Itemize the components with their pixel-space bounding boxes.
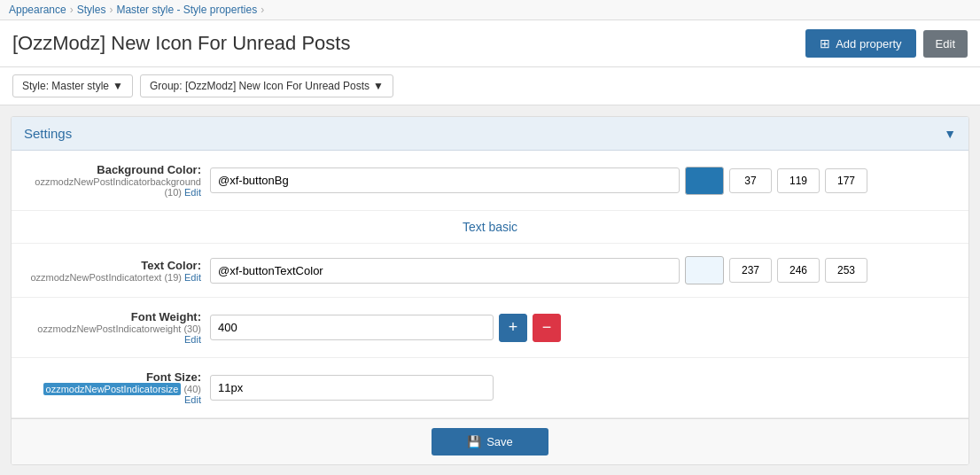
font-weight-sub-text: ozzmodzNewPostIndicatorweight (30) [37, 323, 201, 334]
breadcrumb: Appearance › Styles › Master style - Sty… [0, 0, 980, 20]
bg-color-sub-text: ozzmodzNewPostIndicatorbackground (10) [35, 176, 201, 198]
section-title: Settings [24, 126, 72, 141]
bg-color-g[interactable] [777, 168, 820, 193]
add-property-icon: ⊞ [820, 36, 830, 51]
bg-color-edit-link[interactable]: Edit [184, 187, 201, 198]
filter-bar: Style: Master style ▼ Group: [OzzModz] N… [0, 67, 980, 105]
page-header: [OzzModz] New Icon For Unread Posts ⊞ Ad… [0, 20, 980, 67]
font-size-row: Font Size: ozzmodzNewPostIndicatorsize (… [12, 358, 968, 418]
text-basic-row: Text basic [12, 211, 968, 244]
bg-color-input[interactable] [210, 167, 680, 193]
font-size-input[interactable] [210, 375, 494, 401]
text-color-edit-link[interactable]: Edit [184, 272, 201, 283]
breadcrumb-sep-3: › [261, 4, 264, 16]
header-actions: ⊞ Add property Edit [805, 29, 968, 58]
font-weight-label: Font Weight: [24, 310, 201, 323]
font-size-label: Font Size: [24, 370, 201, 384]
text-color-label: Text Color: [24, 259, 201, 272]
add-property-button[interactable]: ⊞ Add property [805, 29, 915, 58]
style-dropdown-label: Style: Master style [22, 80, 109, 92]
font-weight-increment-button[interactable]: + [499, 314, 527, 342]
bg-color-b[interactable] [825, 168, 867, 193]
save-button[interactable]: 💾 Save [432, 428, 548, 456]
font-weight-input[interactable] [210, 315, 494, 340]
main-content: Settings ▼ Background Color: ozzmodzNewP… [0, 105, 980, 475]
font-weight-sub: ozzmodzNewPostIndicatorweight (30) Edit [24, 323, 201, 345]
page-title: [OzzModz] New Icon For Unread Posts [12, 32, 350, 55]
breadcrumb-item-master[interactable]: Master style - Style properties [116, 4, 257, 16]
style-dropdown-arrow: ▼ [113, 80, 123, 92]
text-color-r[interactable] [729, 258, 772, 283]
text-color-swatch[interactable] [685, 256, 724, 284]
save-label: Save [486, 435, 513, 448]
text-color-sub-text: ozzmodzNewPostIndicatortext (19) [30, 272, 182, 283]
bg-color-r[interactable] [729, 168, 772, 193]
font-weight-decrement-button[interactable]: − [533, 314, 561, 342]
bg-color-swatch[interactable] [685, 167, 724, 195]
bg-color-label: Background Color: [24, 163, 201, 176]
breadcrumb-sep-2: › [109, 4, 113, 16]
font-size-label-col: Font Size: ozzmodzNewPostIndicatorsize (… [24, 370, 201, 405]
bg-color-controls [210, 167, 956, 195]
add-property-label: Add property [836, 37, 901, 51]
save-icon: 💾 [467, 435, 481, 448]
section-header: Settings ▼ [12, 117, 968, 151]
chevron-down-icon[interactable]: ▼ [944, 127, 956, 141]
breadcrumb-item-appearance[interactable]: Appearance [9, 4, 66, 16]
group-dropdown-label: Group: [OzzModz] New Icon For Unread Pos… [150, 80, 369, 92]
font-size-sub: ozzmodzNewPostIndicatorsize (40) Edit [24, 384, 201, 405]
font-weight-label-col: Font Weight: ozzmodzNewPostIndicatorweig… [24, 310, 201, 345]
text-color-b[interactable] [825, 258, 867, 283]
text-color-g[interactable] [777, 258, 820, 283]
text-color-controls [210, 256, 956, 284]
font-weight-row: Font Weight: ozzmodzNewPostIndicatorweig… [12, 298, 968, 358]
font-size-controls [210, 375, 956, 401]
font-size-edit-link[interactable]: Edit [184, 394, 201, 405]
font-weight-controls: + − [210, 314, 956, 342]
font-size-sub-selected: ozzmodzNewPostIndicatorsize [43, 383, 182, 395]
text-basic-label: Text basic [463, 220, 517, 234]
text-color-label-col: Text Color: ozzmodzNewPostIndicatortext … [24, 259, 201, 283]
edit-button[interactable]: Edit [923, 30, 968, 58]
bg-color-row: Background Color: ozzmodzNewPostIndicato… [12, 151, 968, 211]
group-dropdown-arrow: ▼ [373, 80, 384, 92]
font-size-sub-rest: (40) [183, 384, 201, 394]
text-color-input[interactable] [210, 258, 680, 284]
font-weight-edit-link[interactable]: Edit [184, 334, 201, 345]
save-bar: 💾 Save [12, 418, 968, 464]
settings-section: Settings ▼ Background Color: ozzmodzNewP… [11, 116, 969, 465]
bg-color-label-col: Background Color: ozzmodzNewPostIndicato… [24, 163, 201, 198]
text-color-row: Text Color: ozzmodzNewPostIndicatortext … [12, 244, 968, 298]
style-dropdown[interactable]: Style: Master style ▼ [12, 74, 133, 97]
breadcrumb-item-styles[interactable]: Styles [77, 4, 106, 16]
text-color-sub: ozzmodzNewPostIndicatortext (19) Edit [24, 272, 201, 283]
breadcrumb-sep-1: › [70, 4, 74, 16]
group-dropdown[interactable]: Group: [OzzModz] New Icon For Unread Pos… [140, 74, 393, 97]
bg-color-sub: ozzmodzNewPostIndicatorbackground (10) E… [24, 176, 201, 198]
